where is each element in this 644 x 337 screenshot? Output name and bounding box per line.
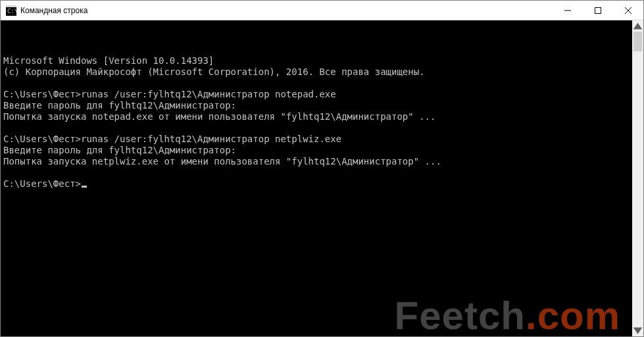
terminal-line: C:\Users\Фест>runas /user:fylhtq12\Админ… [3,134,630,145]
terminal-line: Попытка запуска notepad.exe от имени пол… [3,111,630,122]
minimize-button[interactable] [553,1,583,20]
watermark-tld: com [537,294,620,336]
app-icon: C:\ [6,5,16,16]
watermark: Feetch.com [301,299,620,332]
terminal-line: (c) Корпорация Майкрософт (Microsoft Cor… [3,66,630,78]
scroll-thumb[interactable] [633,32,642,51]
terminal-line: C:\Users\Фест>runas /user:fylhtq12\Админ… [3,89,630,100]
vertical-scrollbar[interactable] [632,20,643,336]
terminal-line [3,167,630,178]
watermark-dot: . [526,294,537,336]
titlebar[interactable]: C:\ Командная строка [1,1,643,20]
svg-text:C:\: C:\ [7,8,16,14]
terminal-prompt: C:\Users\Фест> [3,178,81,189]
terminal-line: Введите пароль для fylhtq12\Администрато… [3,145,630,156]
maximize-button[interactable] [583,1,613,20]
terminal-line: Microsoft Windows [Version 10.0.14393] [3,55,630,66]
terminal-line [3,78,630,89]
command-prompt-window: C:\ Командная строка Microsoft Windows [… [0,0,644,337]
terminal-line: Введите пароль для fylhtq12\Администрато… [3,100,630,111]
window-title: Командная строка [20,6,87,15]
terminal-line [3,122,630,134]
close-button[interactable] [613,1,643,20]
scroll-up-button[interactable] [632,20,643,32]
watermark-brand: Feetch [395,294,526,336]
client-area: Microsoft Windows [Version 10.0.14393](c… [1,20,643,336]
terminal-prompt-line: C:\Users\Фест> [3,178,630,190]
terminal-line: Попытка запуска netplwiz.exe от имени по… [3,156,630,167]
scroll-track[interactable] [632,32,643,325]
terminal-cursor [82,186,87,188]
svg-marker-8 [633,327,643,334]
svg-rect-4 [595,7,601,13]
svg-rect-1 [6,5,16,7]
scroll-down-button[interactable] [632,325,643,336]
svg-marker-7 [633,22,643,29]
terminal-output[interactable]: Microsoft Windows [Version 10.0.14393](c… [1,20,632,336]
